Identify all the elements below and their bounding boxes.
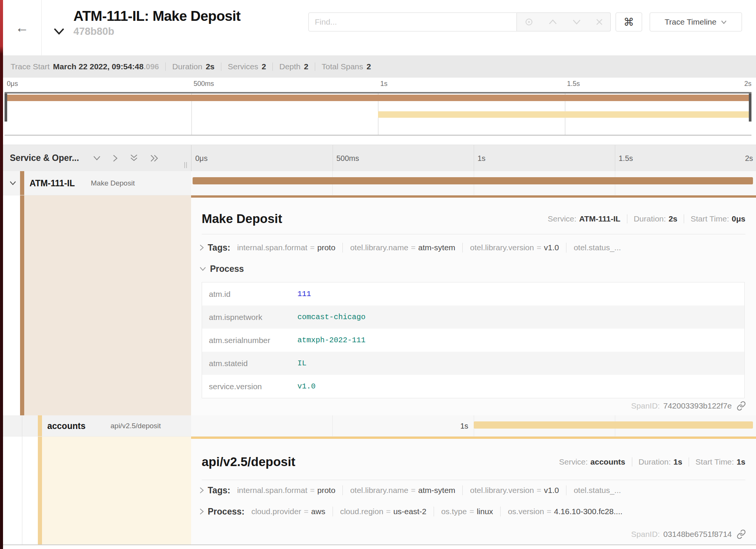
chevron-right-icon [199,508,204,515]
trace-total-spans: Total Spans 2 [322,62,371,71]
depth-value: 2 [304,62,308,71]
clear-find-button[interactable] [593,18,606,26]
ruler-tick: 1.5s [619,154,633,163]
span-bar-atm[interactable] [193,177,753,184]
minimap-tick: 0μs [7,80,18,88]
back-button[interactable]: ← [13,20,31,35]
process-value: IL [297,359,306,368]
divider [500,507,501,516]
detail-panel-accounts: api/v2.5/deposit Service:accounts Durati… [191,437,756,544]
tag-key: internal.span.format [237,243,308,252]
process-key: atm.serialnumber [202,336,297,345]
tag-key: otel.status_... [574,243,621,252]
timeline-column-header: Service & Oper... 0μs 500ms 1s 1.5s 2s [3,145,756,171]
minimap-right-handle[interactable] [749,94,751,122]
span-detail-accounts: api/v2.5/deposit Service:accounts Durati… [3,437,756,545]
divider [434,507,434,516]
tags-section-toggle[interactable]: Tags: internal.span.format=proto otel.li… [199,483,745,497]
ruler-tick: 500ms [336,154,359,163]
equals: = [537,243,541,252]
title-block: ATM-111-IL: Make Deposit 478b80b [73,8,241,37]
process-section-toggle[interactable]: Process [199,261,745,276]
service-color-bar [38,437,42,544]
divider [165,62,166,71]
trace-start-label: Trace Start [11,62,50,71]
span-row-accounts-label[interactable]: accounts api/v2.5/deposit [3,415,191,437]
tag-value: linux [477,507,493,516]
link-icon[interactable] [736,529,746,539]
expand-one-button[interactable] [112,154,118,162]
span-row-accounts[interactable]: accounts api/v2.5/deposit 1s [3,415,756,437]
scope-to-match-button[interactable] [521,17,537,27]
equals: = [470,507,474,516]
start-time-label: Start Time: [695,457,734,466]
span-id-row: SpanID: 742003393b122f7e [631,399,746,413]
span-bar-accounts[interactable] [474,421,753,429]
keyboard-shortcuts-button[interactable]: ⌘ [616,12,642,31]
divider [315,62,315,71]
column-resize-grip[interactable] [184,162,187,168]
service-label: Service: [548,214,577,223]
trace-title-collapse-toggle[interactable] [53,27,65,36]
process-section-toggle[interactable]: Process: cloud.provider=aws cloud.region… [199,505,745,518]
detail-indent-area [3,437,191,544]
indent-guide [22,437,22,544]
minimap-left-handle[interactable] [5,94,7,122]
find-input[interactable] [308,12,517,31]
process-value: v1.0 [297,382,316,391]
service-label: Service: [559,457,588,466]
minimap-tick: 2s [744,80,751,88]
divider [333,507,333,516]
start-time-label: Start Time: [691,214,729,223]
span-row-atm-label[interactable]: ATM-111-IL Make Deposit [3,171,191,195]
divider [684,214,684,223]
duration-label: Duration: [634,214,666,223]
divider [462,243,463,253]
divider [202,480,745,480]
minimap-canvas[interactable] [5,92,751,136]
span-collapse-toggle[interactable] [8,179,18,187]
tag-key: otel.library.version [470,486,534,495]
duration-label: Duration [172,62,202,71]
span-row-atm-timeline[interactable] [191,171,756,195]
collapse-one-button[interactable] [93,155,101,161]
header: ← ATM-111-IL: Make Deposit 478b80b [3,0,756,56]
equals: = [411,243,415,252]
expand-all-button[interactable] [150,154,160,162]
link-icon[interactable] [736,401,746,411]
collapse-all-button[interactable] [129,154,138,162]
tags-section-toggle[interactable]: Tags: internal.span.format=proto otel.li… [199,240,745,255]
divider [566,485,566,495]
table-row: atm.id 111 [202,282,744,306]
trace-start-ms: .096 [143,62,159,71]
chevron-up-icon [548,19,557,25]
tags-label: Tags: [208,243,230,253]
trace-view-dropdown[interactable]: Trace Timeline [650,12,742,31]
divider [632,457,632,466]
process-value: atmxph-2022-111 [297,336,366,345]
divider [221,62,221,71]
divider [342,485,343,495]
tag-value: proto [317,243,336,252]
chevron-down-icon [572,19,581,25]
equals: = [304,507,308,516]
detail-tint [24,195,191,415]
duration-value: 2s [669,214,677,223]
tag-key: cloud.region [340,507,383,516]
prev-match-button[interactable] [545,19,560,25]
span-row-atm[interactable]: ATM-111-IL Make Deposit [3,171,756,195]
tag-value: v1.0 [544,243,559,252]
chevron-down-icon [721,20,727,24]
process-key: atm.stateid [202,359,297,368]
window-edge-strip [0,0,3,549]
service-color-bar [20,195,24,415]
chevron-down-icon [53,27,65,36]
next-match-button[interactable] [569,19,584,25]
divider [272,62,273,71]
trace-services: Services 2 [228,62,266,71]
divider [462,485,463,495]
equals: = [411,486,415,495]
tag-key: os.version [508,507,544,516]
span-row-accounts-timeline[interactable]: 1s [191,415,756,437]
span-duration-label: 1s [460,421,468,430]
